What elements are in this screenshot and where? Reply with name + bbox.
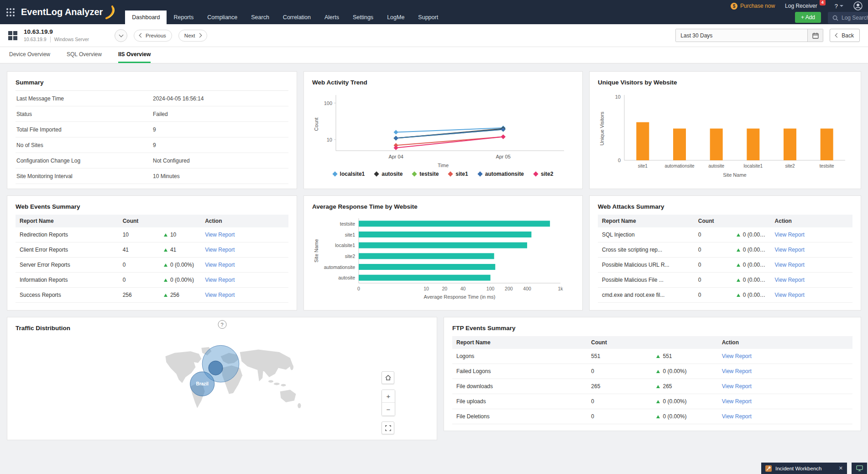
view-report-link[interactable]: View Report <box>205 262 235 268</box>
up-arrow-icon <box>737 248 740 252</box>
report-delta: 256 <box>170 292 179 298</box>
help-menu-button[interactable]: ? <box>835 3 843 10</box>
nav-item-reports[interactable]: Reports <box>167 11 200 24</box>
period-selector[interactable]: Last 30 Days <box>675 29 823 42</box>
view-report-link[interactable]: View Report <box>205 232 235 238</box>
legend-item[interactable]: site2 <box>534 171 553 177</box>
device-dropdown-button[interactable] <box>115 29 127 42</box>
legend-marker-icon <box>374 171 379 176</box>
summary-row: Configuration Change LogNot Configured <box>16 153 288 169</box>
view-report-link[interactable]: View Report <box>722 368 752 374</box>
up-arrow-icon <box>656 370 660 373</box>
map-zoom-in-button[interactable]: + <box>382 390 395 403</box>
map-zoom-out-button[interactable]: − <box>382 403 395 416</box>
previous-button[interactable]: Previous <box>134 30 172 42</box>
legend-item[interactable]: testsite <box>413 171 439 177</box>
top-bar: EventLog Analyzer Dashboard Reports Comp… <box>0 0 868 24</box>
view-report-link[interactable]: View Report <box>205 292 235 298</box>
report-count: 0 <box>694 288 732 303</box>
legend-marker-icon <box>448 171 453 176</box>
chevron-right-icon <box>197 33 202 38</box>
summary-label: Last Message Time <box>16 91 152 106</box>
nav-item-compliance[interactable]: Compliance <box>200 11 244 24</box>
legend-label: autosite <box>382 171 403 177</box>
add-button[interactable]: + Add <box>795 12 821 23</box>
monitor-icon <box>856 465 863 471</box>
summary-label: Configuration Change Log <box>16 153 152 169</box>
column-count: Count <box>694 215 771 227</box>
log-receiver-link[interactable]: Log Receiver 4 <box>785 3 825 9</box>
logo-swoosh-icon <box>105 5 116 19</box>
nav-item-correlation[interactable]: Correlation <box>276 11 318 24</box>
view-report-link[interactable]: View Report <box>205 277 235 283</box>
report-delta: 0 (0.00%) <box>743 232 767 238</box>
report-count: 0 <box>587 394 652 409</box>
legend-item[interactable]: autosite <box>375 171 403 177</box>
close-icon[interactable]: ✕ <box>839 465 843 471</box>
view-report-link[interactable]: View Report <box>722 353 752 359</box>
nav-item-dashboard[interactable]: Dashboard <box>125 11 167 24</box>
help-icon[interactable]: ? <box>218 320 226 329</box>
user-avatar[interactable] <box>853 1 863 11</box>
legend-label: automationsite <box>485 171 524 177</box>
table-row: Logons 551 551 View Report <box>452 349 852 364</box>
tab-sql-overview[interactable]: SQL Overview <box>67 47 102 63</box>
svg-text:0: 0 <box>618 158 621 163</box>
up-arrow-icon <box>656 355 660 358</box>
tab-device-overview[interactable]: Device Overview <box>9 47 50 63</box>
report-name: File uploads <box>452 394 587 409</box>
device-tile-icon[interactable] <box>8 31 17 40</box>
legend-item[interactable]: site1 <box>449 171 468 177</box>
view-report-link[interactable]: View Report <box>775 247 805 253</box>
view-report-link[interactable]: View Report <box>775 292 805 298</box>
app-logo[interactable]: EventLog Analyzer <box>21 0 122 24</box>
back-button[interactable]: Back <box>830 29 860 42</box>
summary-label: Total File Imported <box>16 122 152 137</box>
nav-item-alerts[interactable]: Alerts <box>318 11 346 24</box>
column-report-name: Report Name <box>16 215 119 227</box>
up-arrow-icon <box>656 385 660 388</box>
map-fullscreen-button[interactable] <box>382 421 394 434</box>
column-report-name: Report Name <box>598 215 694 227</box>
web-activity-trend-chart: 10100Apr 04Apr 05TimeCount <box>312 90 574 169</box>
legend-item[interactable]: localsite1 <box>333 171 365 177</box>
device-title: 10.63.19.9 <box>24 28 89 36</box>
view-report-link[interactable]: View Report <box>205 247 235 253</box>
summary-value: Not Configured <box>152 153 288 169</box>
table-row: SQL Injection 0 0 (0.00%) View Report <box>598 227 852 242</box>
nav-item-support[interactable]: Support <box>411 11 445 24</box>
svg-text:site1: site1 <box>345 232 355 237</box>
view-report-link[interactable]: View Report <box>722 383 752 390</box>
nav-item-logme[interactable]: LogMe <box>380 11 411 24</box>
incident-workbench-bar[interactable]: Incident Workbench ✕ <box>761 463 847 474</box>
nav-item-settings[interactable]: Settings <box>346 11 380 24</box>
log-search-input[interactable]: Log Search <box>828 12 868 24</box>
incident-workbench-label: Incident Workbench <box>775 466 821 471</box>
map-home-button[interactable] <box>382 371 394 384</box>
legend-item[interactable]: automationsite <box>478 171 524 177</box>
table-row: Possible Malicious URL R... 0 0 (0.00%) … <box>598 258 852 273</box>
person-icon <box>853 1 863 11</box>
view-report-link[interactable]: View Report <box>775 277 805 283</box>
top-right-utilities: $ Purchase now Log Receiver 4 ? <box>731 2 863 10</box>
table-row: File uploads 0 0 (0.00%) View Report <box>452 394 852 409</box>
tab-iis-overview[interactable]: IIS Overview <box>118 47 151 63</box>
up-arrow-icon <box>164 279 167 282</box>
view-report-link[interactable]: View Report <box>775 262 805 268</box>
next-button[interactable]: Next <box>178 30 207 42</box>
view-report-link[interactable]: View Report <box>722 413 752 420</box>
svg-text:Time: Time <box>438 163 449 168</box>
legend-marker-icon <box>533 171 538 176</box>
console-corner-button[interactable] <box>852 463 867 474</box>
apps-grid-icon[interactable] <box>0 0 21 24</box>
report-name: Client Error Reports <box>16 242 119 258</box>
calendar-button[interactable] <box>807 29 823 42</box>
chevron-left-icon <box>835 33 840 38</box>
view-report-link[interactable]: View Report <box>775 232 805 238</box>
nav-item-search[interactable]: Search <box>244 11 276 24</box>
purchase-now-link[interactable]: $ Purchase now <box>731 3 775 10</box>
view-report-link[interactable]: View Report <box>722 398 752 405</box>
legend-label: localsite1 <box>340 171 365 177</box>
summary-value: Failed <box>152 106 288 122</box>
summary-label: No of Sites <box>16 137 152 153</box>
